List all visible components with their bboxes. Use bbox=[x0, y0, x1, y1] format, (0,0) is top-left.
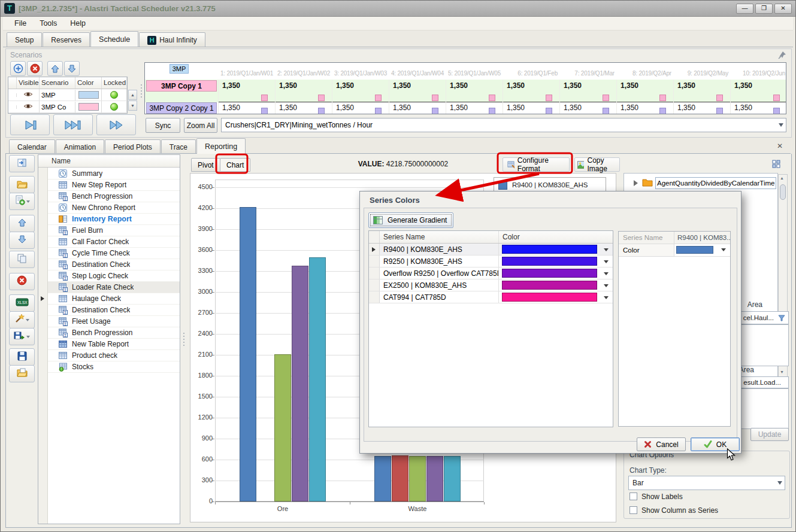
report-item-bench-progression[interactable]: ΣBench Progression bbox=[48, 191, 180, 202]
visible-eye-icon[interactable] bbox=[23, 91, 33, 98]
series-color-row[interactable]: R9400 | KOM830E_AHS bbox=[369, 244, 613, 256]
period-marker[interactable] bbox=[375, 108, 382, 114]
timeline-row-label[interactable]: 3MP Copy 1 bbox=[146, 80, 217, 92]
report-item-call-factor-check[interactable]: Call Factor Check bbox=[48, 236, 180, 248]
cancel-button[interactable]: Cancel bbox=[637, 437, 686, 451]
delete-button[interactable] bbox=[9, 273, 35, 290]
bar-ore-series-4[interactable] bbox=[309, 257, 326, 501]
step-forward-button[interactable] bbox=[10, 114, 50, 135]
period-marker[interactable] bbox=[773, 95, 780, 101]
visible-eye-icon[interactable] bbox=[23, 103, 33, 110]
period-marker[interactable] bbox=[432, 95, 438, 101]
bar-waste-series-2[interactable] bbox=[409, 456, 426, 501]
period-marker[interactable] bbox=[432, 108, 438, 114]
tab-reserves[interactable]: Reserves bbox=[43, 32, 90, 47]
series-color-row[interactable]: CAT994 | CAT785D bbox=[369, 291, 613, 303]
tab-animation[interactable]: Animation bbox=[56, 139, 104, 154]
bar-waste-series-4[interactable] bbox=[444, 456, 461, 501]
wizard-button[interactable] bbox=[9, 311, 35, 329]
bar-ore-series-0[interactable] bbox=[240, 207, 256, 501]
report-item-fleet-usage[interactable]: ΣFleet Usage bbox=[48, 316, 180, 327]
filter-funnel-icon[interactable] bbox=[778, 315, 785, 321]
skip-to-end-button[interactable] bbox=[53, 114, 93, 135]
period-marker[interactable] bbox=[603, 95, 609, 101]
report-item-inventory-report[interactable]: Inventory Report bbox=[48, 214, 180, 225]
period-marker[interactable] bbox=[546, 108, 552, 114]
schedule-timeline[interactable]: 3MP1: 2019/Q1/Jan/W012: 2019/Q1/Jan/W023… bbox=[144, 62, 786, 114]
report-item-product-check[interactable]: Product check bbox=[48, 350, 180, 361]
scenario-splitter[interactable] bbox=[140, 84, 143, 98]
layout-grid-icon[interactable] bbox=[772, 160, 781, 169]
period-marker[interactable] bbox=[659, 108, 666, 114]
period-marker[interactable] bbox=[261, 95, 268, 101]
add-scenario-button[interactable] bbox=[10, 61, 26, 76]
series-color-dropdown[interactable] bbox=[499, 279, 613, 291]
delete-scenario-button[interactable] bbox=[27, 61, 43, 76]
report-item-cycle-time-check[interactable]: ΣCycle Time Check bbox=[48, 248, 180, 259]
bar-waste-series-0[interactable] bbox=[374, 456, 391, 501]
maximize-button[interactable]: ❐ bbox=[755, 4, 773, 14]
report-chart-splitter[interactable] bbox=[182, 333, 185, 346]
scenario-color-swatch[interactable] bbox=[78, 91, 99, 99]
series-color-dropdown[interactable] bbox=[499, 291, 613, 303]
excel-export-button[interactable]: XLSX bbox=[9, 294, 35, 312]
scroll-up-icon[interactable]: ▲ bbox=[780, 176, 784, 180]
scroll-down-icon[interactable]: ▼ bbox=[780, 370, 784, 374]
export-save-button[interactable] bbox=[9, 328, 35, 345]
menu-item-file[interactable]: File bbox=[8, 18, 33, 29]
chart-type-dropdown[interactable]: Bar bbox=[628, 476, 785, 490]
menu-item-tools[interactable]: Tools bbox=[33, 18, 63, 29]
series-color-row[interactable]: Overflow R9250 | Overflow CAT785D bbox=[369, 267, 613, 279]
fast-forward-button[interactable] bbox=[96, 114, 136, 135]
scenario-row[interactable]: 3MP bbox=[8, 89, 127, 101]
period-marker[interactable] bbox=[489, 108, 495, 114]
tab-setup[interactable]: Setup bbox=[7, 32, 42, 47]
scenario-scroll-down[interactable]: ▼ bbox=[128, 101, 137, 111]
generate-gradient-button[interactable]: Generate Gradient bbox=[368, 212, 453, 228]
duplicate-button[interactable] bbox=[9, 251, 35, 268]
move-scenario-down-button[interactable] bbox=[64, 61, 80, 76]
series-color-row[interactable]: R9250 | KOM830E_AHS bbox=[369, 256, 613, 267]
tab-calendar[interactable]: Calendar bbox=[9, 139, 55, 154]
pin-icon[interactable] bbox=[778, 51, 786, 59]
scenario-table[interactable]: Visible Scenario Color Locked 3MP3MP Co bbox=[8, 77, 128, 114]
series-color-dropdown[interactable] bbox=[499, 244, 613, 255]
period-marker[interactable] bbox=[773, 108, 780, 114]
report-item-new-table-report[interactable]: New Table Report bbox=[48, 339, 180, 350]
report-item-new-step-report[interactable]: New Step Report bbox=[48, 180, 180, 191]
series-color-dropdown[interactable] bbox=[499, 256, 613, 267]
tree-item-label[interactable]: AgentQuantityDividedByCalendarTime bbox=[655, 177, 776, 189]
open-folder-button[interactable] bbox=[9, 176, 35, 193]
close-panel-icon[interactable]: ✕ bbox=[777, 142, 783, 150]
report-item-destination-check[interactable]: ΣDestination Check bbox=[48, 259, 180, 270]
sync-button[interactable]: Sync bbox=[146, 118, 180, 133]
scenario-row[interactable]: 3MP Co bbox=[8, 101, 127, 113]
scenario-scroll-up[interactable]: ▲ bbox=[128, 90, 137, 100]
report-item-haulage-check[interactable]: Haulage Check bbox=[48, 293, 180, 305]
move-down-button[interactable] bbox=[9, 232, 35, 249]
report-item-loader-rate-check[interactable]: ΣLoader Rate Check bbox=[48, 282, 180, 293]
report-list[interactable]: Name SummaryNew Step ReportΣBench Progre… bbox=[38, 154, 180, 524]
bar-ore-series-3[interactable] bbox=[292, 266, 308, 501]
period-marker[interactable] bbox=[318, 108, 325, 114]
bar-waste-series-3[interactable] bbox=[426, 456, 443, 501]
report-item-new-chrono-report[interactable]: New Chrono Report bbox=[48, 202, 180, 214]
add-report-button[interactable] bbox=[9, 193, 35, 210]
scenario-color-swatch[interactable] bbox=[78, 103, 99, 111]
period-marker[interactable] bbox=[261, 108, 268, 114]
report-item-summary[interactable]: Summary bbox=[48, 168, 180, 180]
open-report-button[interactable] bbox=[9, 365, 35, 382]
save-button[interactable] bbox=[9, 348, 35, 366]
timeline-row-label[interactable]: 3MP Copy 2 Copy 1 bbox=[146, 102, 217, 114]
show-labels-checkbox[interactable]: Show Labels bbox=[629, 493, 683, 501]
metric-dropdown[interactable]: Crushers|CR1_DRY|Mining_wetTonnes / Hour bbox=[221, 118, 786, 132]
show-column-as-series-checkbox[interactable]: Show Column as Series bbox=[629, 506, 718, 515]
prop-color-dropdown[interactable] bbox=[674, 244, 730, 256]
report-item-step-logic-check[interactable]: ΣStep Logic Check bbox=[48, 270, 180, 282]
series-properties-grid[interactable]: Series Name R9400 | KOM83... Color bbox=[618, 231, 731, 427]
update-button[interactable]: Update bbox=[750, 428, 789, 441]
menu-item-help[interactable]: Help bbox=[63, 18, 92, 29]
period-marker[interactable] bbox=[375, 95, 382, 101]
tab-reporting[interactable]: Reporting bbox=[196, 138, 246, 154]
move-scenario-up-button[interactable] bbox=[47, 61, 63, 76]
